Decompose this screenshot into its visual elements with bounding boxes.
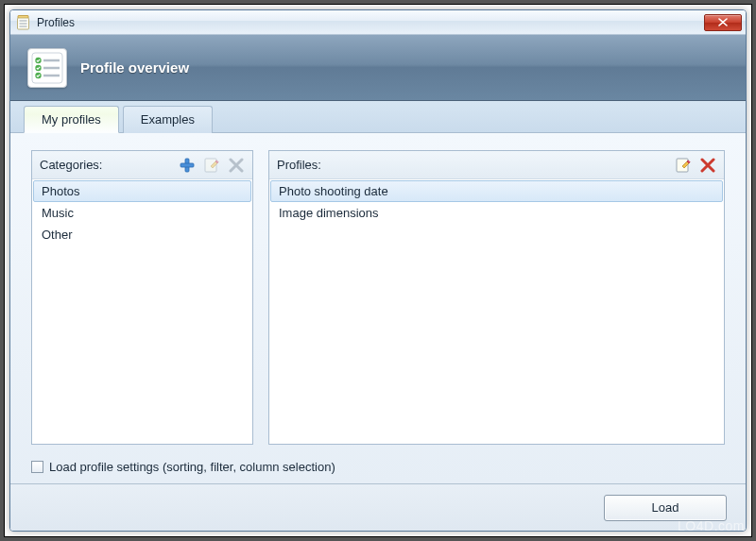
- profiles-list[interactable]: Photo shooting date Image dimensions: [269, 179, 724, 444]
- edit-icon: [675, 157, 692, 174]
- categories-panel: Categories:: [31, 150, 253, 445]
- svg-rect-13: [180, 163, 194, 167]
- profile-item[interactable]: Image dimensions: [270, 202, 723, 224]
- delete-icon: [229, 158, 244, 173]
- profiles-dialog: Profiles Profile overview: [9, 9, 747, 532]
- window-title: Profiles: [37, 16, 704, 29]
- edit-category-button[interactable]: [201, 155, 222, 176]
- list-item-label: Photo shooting date: [279, 184, 388, 198]
- app-icon: [16, 15, 31, 30]
- button-label: Load: [652, 500, 679, 515]
- tab-label: Examples: [141, 112, 195, 127]
- tab-examples[interactable]: Examples: [123, 106, 213, 133]
- dialog-title: Profile overview: [80, 59, 189, 76]
- watermark: LO4D.com: [678, 518, 745, 533]
- dialog-header: Profile overview: [10, 35, 746, 101]
- plus-icon: [179, 157, 196, 174]
- category-item[interactable]: Music: [33, 202, 251, 224]
- edit-icon: [203, 157, 220, 174]
- list-item-label: Other: [42, 228, 73, 242]
- list-item-label: Music: [42, 206, 74, 220]
- tab-my-profiles[interactable]: My profiles: [24, 106, 119, 133]
- checklist-icon: [27, 48, 67, 88]
- tab-row: My profiles Examples: [10, 101, 746, 133]
- categories-list[interactable]: Photos Music Other: [32, 179, 252, 444]
- dialog-footer: Load: [10, 483, 746, 531]
- categories-label: Categories:: [40, 158, 173, 172]
- load-settings-label: Load profile settings (sorting, filter, …: [49, 460, 335, 474]
- profiles-panel: Profiles: Photo: [268, 150, 725, 445]
- edit-profile-button[interactable]: [673, 155, 694, 176]
- profiles-label: Profiles:: [277, 158, 669, 172]
- tab-label: My profiles: [42, 112, 101, 127]
- close-icon: [718, 18, 728, 26]
- load-settings-checkbox[interactable]: [31, 461, 43, 473]
- profiles-panel-header: Profiles:: [269, 151, 724, 179]
- delete-profile-button[interactable]: [697, 155, 718, 176]
- load-button[interactable]: Load: [604, 495, 727, 521]
- category-item[interactable]: Other: [33, 224, 251, 245]
- delete-icon: [700, 158, 715, 173]
- tab-content: Categories:: [10, 133, 746, 483]
- profile-item[interactable]: Photo shooting date: [270, 180, 723, 202]
- close-button[interactable]: [704, 14, 742, 31]
- categories-panel-header: Categories:: [32, 151, 252, 179]
- add-category-button[interactable]: [177, 155, 198, 176]
- list-item-label: Image dimensions: [279, 206, 379, 220]
- load-settings-row: Load profile settings (sorting, filter, …: [31, 460, 725, 474]
- list-item-label: Photos: [42, 184, 79, 198]
- category-item[interactable]: Photos: [33, 180, 251, 202]
- titlebar: Profiles: [10, 10, 746, 35]
- delete-category-button[interactable]: [226, 155, 247, 176]
